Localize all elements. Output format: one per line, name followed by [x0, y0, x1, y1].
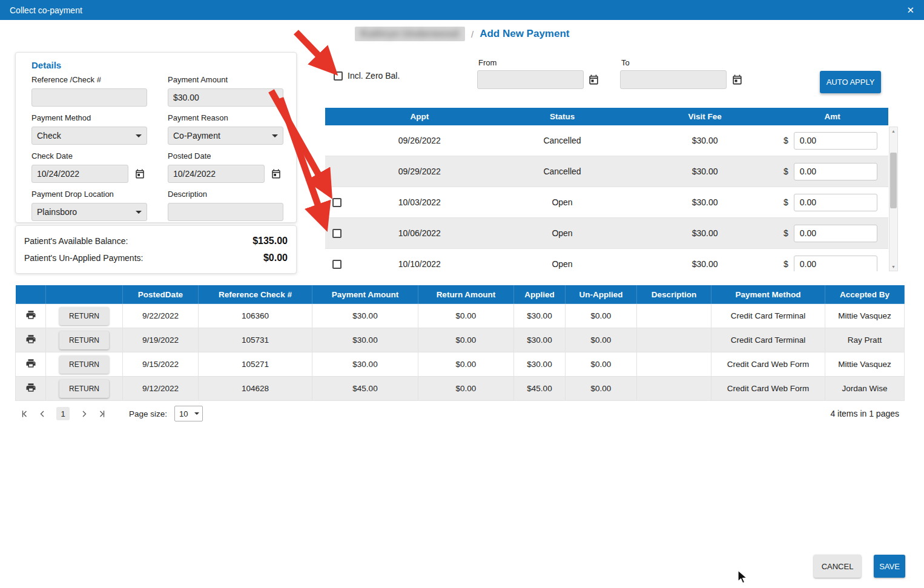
appt-date: 10/10/2022 — [348, 259, 491, 269]
page-title: Add New Payment — [480, 28, 569, 40]
close-icon[interactable]: ✕ — [906, 5, 914, 16]
pagination-summary: 4 items in 1 pages — [830, 409, 903, 418]
return-button[interactable]: RETURN — [59, 355, 109, 374]
visit-fee: $30.00 — [633, 228, 776, 238]
payments-col-header: Applied — [514, 285, 566, 304]
incl-zero-bal: Incl. Zero Bal. — [334, 71, 400, 81]
amt-input[interactable] — [794, 194, 877, 211]
payment-reason-label: Payment Reason — [168, 113, 283, 122]
amt-input[interactable] — [794, 225, 877, 242]
currency-prefix: $ — [784, 136, 788, 145]
to-date-input[interactable] — [620, 70, 727, 89]
appt-row-checkbox[interactable] — [332, 198, 342, 207]
printer-icon[interactable] — [25, 358, 36, 369]
reference-input[interactable] — [31, 88, 147, 107]
scroll-down-icon[interactable]: ▼ — [889, 265, 897, 269]
description — [637, 328, 711, 352]
accepted-by: Jordan Wise — [825, 377, 905, 401]
drop-location-select[interactable]: Plainsboro — [31, 203, 147, 221]
applied: $30.00 — [514, 328, 566, 352]
appt-row-checkbox[interactable] — [332, 260, 342, 269]
dialog-title: Collect co-payment — [10, 5, 82, 15]
appointments-table: ApptStatusVisit FeeAmt 09/26/2022Cancell… — [325, 108, 898, 271]
applied: $45.00 — [514, 377, 566, 401]
payment-method-label: Payment Method — [31, 113, 147, 122]
drop-location-label: Payment Drop Location — [31, 190, 147, 199]
un-applied: $0.00 — [566, 377, 637, 401]
last-page-icon[interactable] — [94, 406, 110, 421]
posted-date-label: Posted Date — [168, 151, 283, 160]
appt-status: Cancelled — [491, 136, 634, 145]
printer-icon[interactable] — [25, 334, 36, 345]
accepted-by: Ray Pratt — [825, 328, 905, 352]
payments-col-header: PostedDate — [123, 285, 199, 304]
return-amount: $0.00 — [418, 377, 514, 401]
appt-row: 10/03/2022Open$30.00$ — [325, 187, 888, 218]
payment-reason-select[interactable]: Co-Payment — [168, 127, 283, 145]
return-amount: $0.00 — [418, 352, 514, 377]
posted-date-input[interactable] — [168, 165, 265, 183]
chevron-right-icon[interactable] — [76, 406, 91, 421]
description — [637, 352, 711, 377]
visit-fee: $30.00 — [633, 167, 776, 176]
appt-date: 09/26/2022 — [348, 136, 491, 145]
scrollbar-thumb[interactable] — [890, 153, 897, 208]
patient-name: Kathryn Underwood — [355, 27, 465, 41]
first-page-icon[interactable] — [16, 406, 32, 421]
calendar-icon[interactable] — [134, 168, 145, 179]
accepted-by: Mittie Vasquez — [825, 352, 905, 377]
calendar-icon[interactable] — [588, 74, 599, 85]
description-input[interactable] — [168, 203, 283, 221]
payment-amount-input[interactable] — [168, 88, 283, 107]
vertical-scrollbar[interactable]: ▲ ▼ — [889, 127, 898, 271]
appt-row: 10/06/2022Open$30.00$ — [325, 218, 888, 249]
description — [637, 304, 711, 328]
currency-prefix: $ — [784, 197, 788, 207]
calendar-icon[interactable] — [731, 74, 743, 85]
payments-table-header: PostedDateReference Check #Payment Amoun… — [16, 285, 905, 304]
check-date-input[interactable] — [31, 165, 128, 183]
cancel-button[interactable]: CANCEL — [814, 555, 861, 578]
unapplied-payments-label: Patient's Un-Applied Payments: — [24, 253, 143, 263]
current-page[interactable]: 1 — [56, 407, 70, 420]
return-button[interactable]: RETURN — [59, 380, 109, 398]
auto-apply-button[interactable]: AUTO APPLY — [820, 71, 881, 93]
return-button[interactable]: RETURN — [59, 307, 109, 325]
posted-date: 9/15/2022 — [123, 352, 199, 377]
scroll-up-icon[interactable]: ▲ — [889, 129, 897, 133]
payments-col-header: Accepted By — [825, 285, 905, 304]
reference-label: Reference /Check # — [31, 75, 147, 84]
appt-status: Open — [491, 228, 634, 238]
un-applied: $0.00 — [566, 304, 637, 328]
amt-input[interactable] — [794, 132, 877, 150]
incl-zero-bal-checkbox[interactable] — [334, 71, 343, 81]
printer-icon[interactable] — [25, 382, 36, 393]
posted-date: 9/12/2022 — [123, 377, 199, 401]
from-date-input[interactable] — [477, 70, 584, 89]
payment-row: RETURN9/15/2022105271$30.00$0.00$30.00$0… — [16, 352, 905, 377]
save-button[interactable]: SAVE — [874, 555, 905, 578]
printer-icon[interactable] — [25, 309, 36, 320]
description-label: Description — [168, 190, 283, 199]
payments-col-header: Payment Amount — [312, 285, 418, 304]
appt-row-checkbox[interactable] — [332, 229, 342, 238]
appt-col-header: Visit Fee — [633, 108, 776, 125]
description — [637, 377, 711, 401]
appt-col-header: Amt — [776, 108, 888, 125]
payment-row: RETURN9/19/2022105731$30.00$0.00$30.00$0… — [16, 328, 905, 352]
collect-copayment-dialog: Collect co-payment ✕ Kathryn Underwood /… — [0, 0, 924, 588]
dialog-titlebar: Collect co-payment ✕ — [0, 0, 924, 20]
chevron-left-icon[interactable] — [35, 406, 50, 421]
calendar-icon[interactable] — [271, 168, 282, 179]
payments-col-header: Reference Check # — [199, 285, 312, 304]
reference-check: 106360 — [199, 304, 312, 328]
appt-col-header: Status — [491, 108, 634, 125]
page-size-select[interactable]: 10 — [174, 406, 203, 421]
applied: $30.00 — [514, 352, 566, 377]
posted-date: 9/22/2022 — [123, 304, 199, 328]
amt-input[interactable] — [794, 163, 877, 180]
return-button[interactable]: RETURN — [59, 331, 109, 349]
breadcrumb: Kathryn Underwood / Add New Payment — [0, 27, 924, 41]
payment-method-select[interactable]: Check — [31, 127, 147, 145]
amt-input[interactable] — [794, 256, 877, 272]
